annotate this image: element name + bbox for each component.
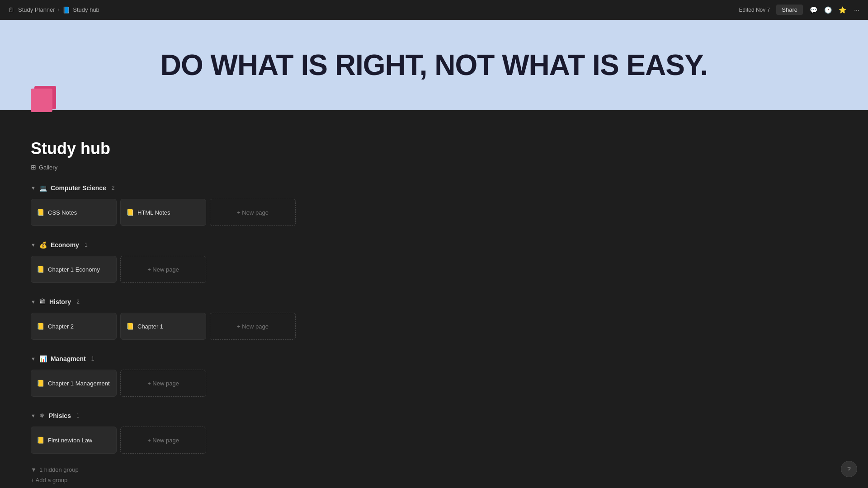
hidden-group-chevron: ▼ xyxy=(31,466,37,473)
group-header-computer-science[interactable]: ▼ 💻 Computer Science 2 xyxy=(31,182,602,194)
topbar-right: Edited Nov 7 Share 💬 🕐 ⭐ ··· xyxy=(739,5,861,15)
group-header-phisics[interactable]: ▼ ⚛ Phisics 1 xyxy=(31,409,602,422)
group-label-computer-science: Computer Science xyxy=(51,184,106,192)
card-label-economy-0: Chapter 1 Economy xyxy=(48,266,100,273)
group-header-economy[interactable]: ▼ 💰 Economy 1 xyxy=(31,239,602,251)
group-chevron-phisics: ▼ xyxy=(31,413,36,418)
group-label-phisics: Phisics xyxy=(49,412,71,419)
help-button[interactable]: ? xyxy=(841,461,857,477)
cover-banner: DO WHAT IS RIGHT, NOT WHAT IS EASY. xyxy=(0,20,868,110)
group-header-history[interactable]: ▼ 🏛 History 2 xyxy=(31,296,602,308)
group-icon-history: 🏛 xyxy=(39,298,46,305)
hidden-group-label: 1 hidden group xyxy=(39,466,79,473)
card-computer-science-1[interactable]: 📒 HTML Notes xyxy=(120,199,206,226)
new-page-label-history: + New page xyxy=(237,323,269,330)
groups-container: ▼ 💻 Computer Science 2 📒 CSS Notes 📒 HTM… xyxy=(31,182,602,454)
card-icon-computer-science-1: 📒 xyxy=(126,209,134,216)
group-count-computer-science: 2 xyxy=(112,185,115,191)
breadcrumb-study-planner[interactable]: Study Planner xyxy=(18,6,55,13)
new-page-card-managment[interactable]: + New page xyxy=(120,370,206,397)
cover-icon xyxy=(31,86,58,115)
app-icon: 🗓 xyxy=(7,6,15,14)
group-chevron-history: ▼ xyxy=(31,299,36,305)
icon-square-front xyxy=(31,89,52,112)
card-label-history-0: Chapter 2 xyxy=(48,323,74,330)
group-label-managment: Managment xyxy=(51,355,86,362)
card-managment-0[interactable]: 📒 Chapter 1 Management xyxy=(31,370,117,397)
card-icon-economy-0: 📒 xyxy=(37,266,44,273)
card-label-managment-0: Chapter 1 Management xyxy=(48,380,110,387)
group-section-history: ▼ 🏛 History 2 📒 Chapter 2 📒 Chapter 1 + … xyxy=(31,296,602,340)
group-count-phisics: 1 xyxy=(76,413,80,419)
group-icon-computer-science: 💻 xyxy=(39,184,47,192)
breadcrumb-separator: / xyxy=(58,6,60,13)
card-icon-history-1: 📒 xyxy=(126,323,134,330)
card-label-computer-science-0: CSS Notes xyxy=(48,209,77,216)
new-page-card-history[interactable]: + New page xyxy=(210,313,296,340)
card-label-phisics-0: First newton Law xyxy=(48,437,92,444)
group-header-managment[interactable]: ▼ 📊 Managment 1 xyxy=(31,352,602,365)
page-title: Study hub xyxy=(31,139,602,158)
add-group-label: + Add a group xyxy=(31,477,67,483)
breadcrumb-study-hub-label: Study hub xyxy=(73,6,99,13)
card-phisics-0[interactable]: 📒 First newton Law xyxy=(31,427,117,454)
group-chevron-computer-science: ▼ xyxy=(31,185,36,191)
edited-text: Edited Nov 7 xyxy=(739,7,770,13)
card-computer-science-0[interactable]: 📒 CSS Notes xyxy=(31,199,117,226)
card-economy-0[interactable]: 📒 Chapter 1 Economy xyxy=(31,256,117,283)
group-section-phisics: ▼ ⚛ Phisics 1 📒 First newton Law + New p… xyxy=(31,409,602,454)
comment-icon[interactable]: 💬 xyxy=(809,6,817,14)
breadcrumb: 🗓 Study Planner / 📘 Study hub xyxy=(7,6,99,14)
group-chevron-economy: ▼ xyxy=(31,242,36,248)
new-page-label-computer-science: + New page xyxy=(237,209,269,216)
group-icon-phisics: ⚛ xyxy=(39,412,45,419)
breadcrumb-study-planner-label: Study Planner xyxy=(18,6,55,13)
help-icon: ? xyxy=(847,465,851,473)
new-page-card-economy[interactable]: + New page xyxy=(120,256,206,283)
cards-row-phisics: 📒 First newton Law + New page xyxy=(31,427,602,454)
cards-row-managment: 📒 Chapter 1 Management + New page xyxy=(31,370,602,397)
breadcrumb-study-hub[interactable]: Study hub xyxy=(73,6,99,13)
card-icon-history-0: 📒 xyxy=(37,323,44,330)
card-icon-phisics-0: 📒 xyxy=(37,436,44,444)
group-icon-economy: 💰 xyxy=(39,241,47,249)
card-label-history-1: Chapter 1 xyxy=(137,323,163,330)
new-page-card-computer-science[interactable]: + New page xyxy=(210,199,296,226)
card-icon-managment-0: 📒 xyxy=(37,380,44,387)
favorite-icon[interactable]: ⭐ xyxy=(838,6,846,14)
new-page-label-economy: + New page xyxy=(147,266,179,273)
study-hub-breadcrumb-icon: 📘 xyxy=(62,6,70,14)
group-label-history: History xyxy=(49,298,71,305)
group-count-managment: 1 xyxy=(91,356,94,362)
group-label-economy: Economy xyxy=(51,241,79,249)
group-section-computer-science: ▼ 💻 Computer Science 2 📒 CSS Notes 📒 HTM… xyxy=(31,182,602,226)
history-icon[interactable]: 🕐 xyxy=(824,6,832,14)
add-group-button[interactable]: + Add a group xyxy=(31,477,602,483)
new-page-label-phisics: + New page xyxy=(147,437,179,444)
card-history-1[interactable]: 📒 Chapter 1 xyxy=(120,313,206,340)
cover-quote: DO WHAT IS RIGHT, NOT WHAT IS EASY. xyxy=(160,48,708,82)
group-section-managment: ▼ 📊 Managment 1 📒 Chapter 1 Management +… xyxy=(31,352,602,397)
view-toggle-gallery[interactable]: ⊞ Gallery xyxy=(31,164,602,171)
card-history-0[interactable]: 📒 Chapter 2 xyxy=(31,313,117,340)
new-page-label-managment: + New page xyxy=(147,380,179,387)
topbar: 🗓 Study Planner / 📘 Study hub Edited Nov… xyxy=(0,0,868,20)
group-chevron-managment: ▼ xyxy=(31,356,36,361)
group-count-history: 2 xyxy=(76,299,80,305)
hidden-group-toggle[interactable]: ▼ 1 hidden group xyxy=(31,466,602,473)
card-icon-computer-science-0: 📒 xyxy=(37,209,44,216)
share-button[interactable]: Share xyxy=(776,5,803,15)
view-label: Gallery xyxy=(39,164,57,171)
group-count-economy: 1 xyxy=(85,242,88,248)
more-options-icon[interactable]: ··· xyxy=(853,6,861,14)
cards-row-computer-science: 📒 CSS Notes 📒 HTML Notes + New page xyxy=(31,199,602,226)
group-icon-managment: 📊 xyxy=(39,355,47,362)
new-page-card-phisics[interactable]: + New page xyxy=(120,427,206,454)
group-section-economy: ▼ 💰 Economy 1 📒 Chapter 1 Economy + New … xyxy=(31,239,602,283)
card-label-computer-science-1: HTML Notes xyxy=(137,209,170,216)
main-content: Study hub ⊞ Gallery ▼ 💻 Computer Science… xyxy=(0,110,633,488)
cards-row-economy: 📒 Chapter 1 Economy + New page xyxy=(31,256,602,283)
cards-row-history: 📒 Chapter 2 📒 Chapter 1 + New page xyxy=(31,313,602,340)
gallery-icon: ⊞ xyxy=(31,164,36,171)
